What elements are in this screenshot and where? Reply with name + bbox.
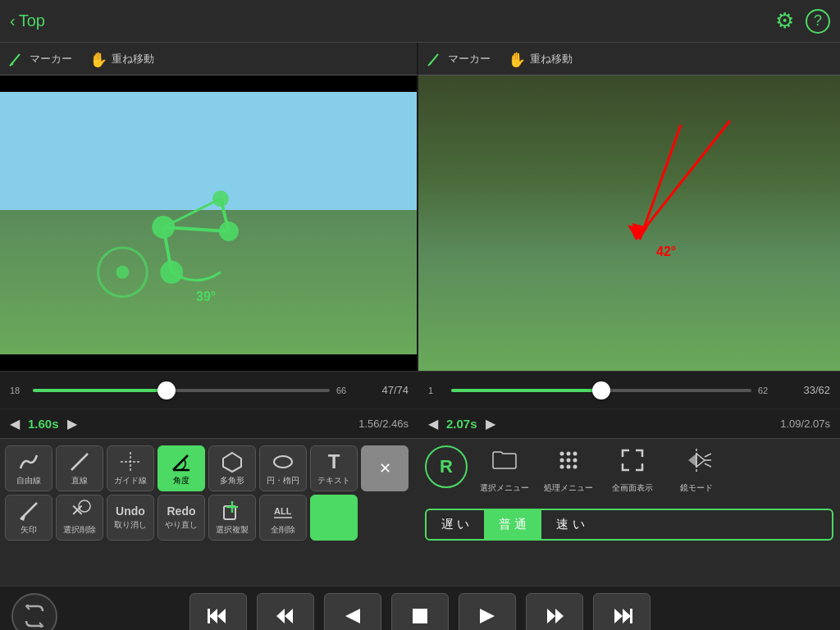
svg-rect-34 (224, 506, 235, 519)
svg-marker-62 (547, 609, 555, 623)
arrow-label: 矢印 (21, 524, 37, 536)
to-start-icon (208, 605, 229, 627)
undo-icon: Undo (116, 504, 145, 518)
left-play-row: ◀ 1.60s ▶ 1.56/2.46s (0, 409, 418, 438)
top-right-icons: ⚙ ? (775, 8, 830, 34)
pencil-icon (8, 51, 25, 67)
to-end-button[interactable] (593, 593, 651, 631)
left-play-prev[interactable]: ◀ (10, 416, 20, 431)
settings-icon[interactable]: ⚙ (775, 8, 794, 34)
repeat-btn-container (11, 593, 57, 631)
left-scrubber-start: 18 (10, 386, 26, 395)
freehand-tool[interactable]: 自由線 (5, 445, 52, 491)
speed-group: 遅 い 普 通 速 い (425, 509, 833, 541)
ellipse-label: 円・楕円 (267, 475, 299, 486)
arrow-icon (17, 500, 40, 523)
to-start-button[interactable] (189, 593, 247, 631)
right-move-tool[interactable]: ✋ 重ね移動 (507, 50, 573, 68)
svg-point-41 (573, 452, 578, 456)
left-scrubber-end: 66 (336, 386, 353, 395)
select-menu-label: 選択メニュー (480, 482, 529, 494)
freehand-icon (17, 450, 40, 473)
tool-area: 自由線 直線 ガイド線 (0, 438, 840, 586)
delete-all-tool[interactable]: ALL 全削除 (259, 495, 307, 541)
fullscreen-label: 全画面表示 (612, 482, 653, 494)
svg-marker-64 (614, 609, 623, 623)
fast-forward-button[interactable] (526, 593, 583, 631)
svg-text:✕: ✕ (71, 501, 84, 519)
guide-tool[interactable]: ガイド線 (107, 445, 154, 491)
svg-rect-60 (413, 609, 427, 623)
color-swatch[interactable] (310, 495, 358, 541)
select-menu-btn[interactable]: 選択メニュー (476, 445, 533, 494)
ellipse-tool[interactable]: 円・楕円 (259, 445, 307, 491)
left-video-panel[interactable]: 39° (0, 75, 418, 371)
left-move-tool[interactable]: ✋ 重ね移動 (89, 50, 154, 68)
text-tool[interactable]: T テキスト (310, 445, 358, 491)
redo-icon: Redo (167, 504, 196, 518)
svg-line-51 (705, 454, 711, 457)
left-move-label: 重ね移動 (112, 52, 154, 66)
polygon-tool[interactable]: 多角形 (208, 445, 256, 491)
arrow-tool[interactable]: 矢印 (5, 495, 52, 541)
help-icon[interactable]: ? (806, 9, 830, 34)
right-marker-tool[interactable]: マーカー (427, 51, 491, 67)
pencil-icon-right (427, 51, 443, 67)
speed-slow[interactable]: 遅 い (427, 510, 484, 539)
right-drawing-overlay: 42° (418, 75, 840, 371)
angle-tool[interactable]: 角度 (158, 445, 205, 491)
r-button[interactable]: R (425, 445, 468, 488)
svg-marker-61 (480, 609, 495, 623)
mirror-label: 鏡モード (680, 482, 713, 494)
svg-text:ALL: ALL (274, 506, 292, 516)
fast-forward-icon (544, 605, 565, 627)
line-tool[interactable]: 直線 (56, 445, 103, 491)
rewind-button[interactable] (324, 593, 381, 631)
angle-icon (170, 450, 193, 473)
select-copy-tool[interactable]: 選択複製 (208, 495, 256, 541)
svg-point-40 (567, 452, 571, 456)
left-play-next[interactable]: ▶ (67, 416, 77, 431)
polygon-icon (221, 450, 244, 473)
svg-text:✋: ✋ (89, 51, 107, 68)
right-play-row: ◀ 2.07s ▶ 1.09/2.07s (418, 409, 840, 438)
svg-marker-58 (276, 609, 285, 623)
left-scrubber-thumb[interactable] (158, 381, 176, 399)
left-marker-tool[interactable]: マーカー (8, 51, 72, 67)
svg-rect-56 (208, 609, 210, 623)
right-play-prev[interactable]: ◀ (428, 416, 438, 431)
process-menu-label: 処理メニュー (544, 482, 593, 494)
close-tool-panel[interactable]: ✕ (361, 445, 409, 491)
undo-tool[interactable]: Undo 取り消し (107, 495, 154, 541)
right-scrubber-container[interactable] (451, 382, 751, 399)
right-video-panel[interactable]: 42° (418, 75, 840, 371)
select-delete-tool[interactable]: ✕ 選択削除 (56, 495, 103, 541)
speed-fast[interactable]: 速 い (541, 510, 599, 539)
speed-normal[interactable]: 普 通 (484, 510, 541, 539)
svg-point-47 (573, 465, 578, 469)
svg-point-44 (573, 459, 578, 463)
svg-marker-55 (209, 609, 217, 623)
left-scrubber-container[interactable] (33, 382, 330, 399)
repeat-button[interactable] (11, 593, 57, 631)
right-scrubber-thumb[interactable] (592, 381, 610, 399)
folder-icon (490, 445, 519, 480)
redo-tool[interactable]: Redo やり直し (158, 495, 205, 541)
right-top-controls: R 選択メニュー (425, 445, 833, 494)
process-menu-btn[interactable]: 処理メニュー (540, 445, 597, 494)
play-button[interactable] (459, 593, 516, 631)
right-tool-panel: R 選択メニュー (418, 439, 840, 586)
svg-point-17 (116, 266, 129, 279)
hand-icon-left: ✋ (89, 50, 107, 68)
right-play-next[interactable]: ▶ (486, 416, 495, 431)
stop-button[interactable] (391, 593, 449, 631)
right-scrubber-row: 1 62 33/62 (418, 372, 840, 409)
redo-label: やり直し (165, 519, 198, 531)
back-button[interactable]: ‹ Top (10, 11, 45, 30)
svg-point-43 (567, 459, 571, 463)
svg-marker-28 (223, 453, 241, 472)
svg-point-39 (560, 452, 564, 456)
prev-frame-button[interactable] (257, 593, 314, 631)
mirror-btn[interactable]: 鏡モード (668, 445, 725, 494)
fullscreen-btn[interactable]: 全画面表示 (604, 445, 661, 494)
